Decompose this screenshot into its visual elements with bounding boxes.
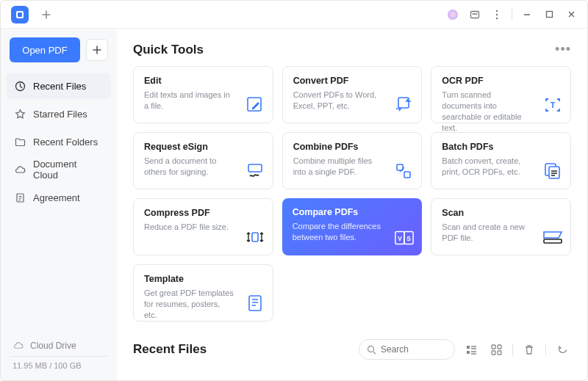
close-button[interactable]: [561, 4, 581, 25]
nav-label: Document Cloud: [33, 159, 104, 181]
sidebar: Open PDF Recent Files Starred Files Rece…: [1, 29, 117, 380]
tool-title: OCR PDF: [442, 76, 560, 86]
folder-icon: [14, 136, 26, 148]
svg-rect-24: [249, 296, 261, 311]
svg-text:S: S: [407, 235, 412, 242]
compress-icon: [245, 227, 265, 247]
tool-convert-pdf[interactable]: Convert PDF Convert PDFs to Word, Excel,…: [282, 66, 423, 123]
esign-icon: [245, 161, 265, 181]
cloud-icon: [14, 164, 26, 175]
divider: [512, 344, 513, 355]
divider: [512, 9, 512, 21]
nav-document-cloud[interactable]: Document Cloud: [7, 156, 111, 183]
document-icon: [14, 192, 26, 203]
notifications-icon[interactable]: [465, 4, 485, 25]
nav-recent-files[interactable]: Recent Files: [7, 73, 111, 99]
divider: [10, 356, 108, 357]
view-list-button[interactable]: [462, 341, 480, 358]
search-icon: [367, 345, 376, 355]
svg-rect-3: [471, 11, 479, 18]
title-bar-left: [7, 4, 57, 25]
tool-ocr-pdf[interactable]: OCR PDF Turn scanned documents into sear…: [431, 66, 571, 123]
batch-icon: [542, 161, 563, 181]
tool-title: Template: [144, 274, 262, 284]
nav-recent-folders[interactable]: Recent Folders: [7, 128, 111, 155]
kebab-menu-icon[interactable]: [487, 4, 507, 25]
scan-icon: [542, 227, 563, 247]
recent-files-header: Recent Files: [133, 339, 571, 360]
tool-title: Combine PDFs: [293, 142, 412, 152]
svg-rect-28: [492, 345, 495, 349]
compare-icon: VS: [394, 228, 415, 248]
svg-rect-29: [498, 345, 501, 349]
tool-edit[interactable]: Edit Edit texts and images in a file.: [133, 66, 273, 123]
tool-combine-pdfs[interactable]: Combine PDFs Combine multiple files into…: [282, 132, 423, 189]
title-bar-right: [442, 4, 581, 25]
open-pdf-button[interactable]: Open PDF: [10, 37, 80, 62]
tool-title: Request eSign: [144, 142, 262, 152]
account-icon[interactable]: [442, 4, 463, 25]
svg-rect-15: [404, 172, 410, 178]
svg-rect-26: [467, 346, 470, 349]
svg-text:V: V: [398, 235, 402, 242]
tool-title: Scan: [442, 208, 560, 218]
storage-text: 11.95 MB / 100 GB: [12, 361, 105, 370]
recent-files-title: Recent Files: [133, 342, 207, 357]
star-icon: [14, 108, 26, 120]
tool-template[interactable]: Template Get great PDF templates for res…: [133, 264, 273, 322]
view-grid-button[interactable]: [487, 341, 505, 358]
quick-tools-grid: Edit Edit texts and images in a file. Co…: [133, 66, 571, 322]
svg-rect-17: [549, 167, 559, 178]
plus-icon: [93, 46, 101, 54]
tool-compress-pdf[interactable]: Compress PDF Reduce a PDF file size.: [133, 198, 273, 255]
nav-label: Agreement: [33, 192, 80, 203]
app-logo[interactable]: [11, 6, 29, 23]
create-button[interactable]: [86, 39, 108, 61]
svg-rect-11: [398, 98, 409, 108]
nav-label: Starred Files: [33, 109, 87, 120]
svg-rect-13: [248, 164, 262, 172]
tool-scan[interactable]: Scan Scan and create a new PDF file.: [431, 198, 571, 255]
svg-point-6: [496, 17, 498, 18]
svg-rect-18: [252, 233, 258, 242]
minimize-button[interactable]: [517, 4, 537, 25]
search-box[interactable]: [359, 339, 455, 360]
template-icon: [245, 293, 265, 313]
tool-request-esign[interactable]: Request eSign Send a document to others …: [133, 132, 273, 189]
title-bar: [1, 1, 587, 29]
combine-icon: [393, 161, 414, 181]
maximize-button[interactable]: [539, 4, 559, 25]
cloud-drive-label: Cloud Drive: [30, 341, 76, 351]
ocr-icon: T: [542, 95, 563, 115]
svg-rect-1: [18, 12, 22, 17]
tool-batch-pdfs[interactable]: Batch PDFs Batch convert, create, print,…: [431, 132, 571, 189]
svg-rect-10: [248, 98, 261, 111]
tool-title: Convert PDF: [293, 76, 412, 86]
sidebar-nav: Recent Files Starred Files Recent Folder…: [7, 73, 111, 211]
tool-title: Compare PDFs: [293, 207, 412, 217]
new-tab-button[interactable]: [36, 4, 57, 25]
svg-rect-30: [492, 351, 495, 355]
cloud-drive-link[interactable]: Cloud Drive: [12, 340, 105, 352]
quick-tools-title: Quick Tools: [133, 43, 204, 57]
refresh-button[interactable]: [553, 341, 571, 358]
quick-tools-more[interactable]: •••: [555, 42, 571, 57]
quick-tools-header: Quick Tools •••: [133, 42, 571, 57]
tool-compare-pdfs[interactable]: Compare PDFs Compare the differences bet…: [282, 198, 423, 255]
svg-rect-27: [467, 351, 470, 354]
main-content: Quick Tools ••• Edit Edit texts and imag…: [117, 29, 587, 380]
svg-point-2: [448, 10, 458, 20]
cloud-icon: [12, 340, 24, 352]
edit-icon: [245, 95, 265, 115]
convert-icon: [393, 95, 414, 115]
nav-starred-files[interactable]: Starred Files: [7, 101, 111, 127]
tool-title: Batch PDFs: [442, 142, 560, 152]
svg-point-4: [496, 10, 498, 11]
tool-title: Compress PDF: [144, 208, 262, 218]
nav-agreement[interactable]: Agreement: [7, 184, 111, 211]
svg-rect-23: [544, 239, 562, 243]
sidebar-footer: Cloud Drive 11.95 MB / 100 GB: [7, 335, 111, 374]
delete-button[interactable]: [520, 341, 538, 358]
search-input[interactable]: [381, 344, 447, 355]
clock-icon: [14, 80, 26, 92]
